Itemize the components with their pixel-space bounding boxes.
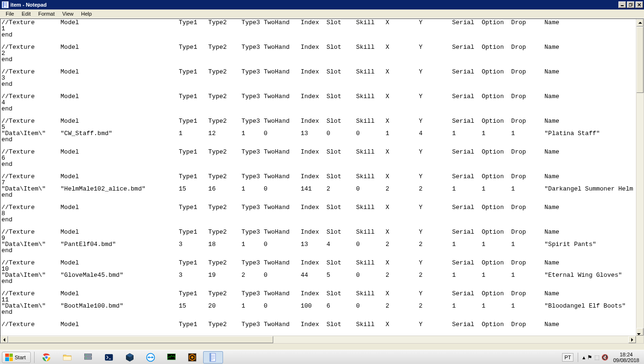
start-label: Start xyxy=(15,355,26,360)
vscroll-track[interactable] xyxy=(636,27,644,328)
svg-rect-1 xyxy=(3,2,4,8)
menu-file[interactable]: File xyxy=(2,10,18,18)
window-controls xyxy=(618,1,643,8)
taskbar: Start PT ▴ ⚑ ⬚ 🔇 18:24 09/08/2018 xyxy=(0,350,644,364)
scroll-up-button[interactable] xyxy=(636,19,644,27)
horizontal-scrollbar[interactable] xyxy=(0,336,636,343)
svg-rect-4 xyxy=(629,4,632,6)
clock-time: 18:24 xyxy=(613,352,639,357)
taskbar-server-manager-icon[interactable] xyxy=(78,351,98,364)
restore-button[interactable] xyxy=(627,1,635,8)
svg-point-12 xyxy=(86,355,87,355)
vertical-scrollbar[interactable] xyxy=(636,19,644,336)
menu-bar: File Edit Format View Help xyxy=(0,9,644,18)
taskbar-notepad-icon[interactable] xyxy=(203,351,223,364)
svg-rect-9 xyxy=(63,356,72,360)
scroll-left-button[interactable] xyxy=(0,336,8,343)
hscroll-track[interactable] xyxy=(8,336,628,343)
title-bar: item - Notepad xyxy=(0,0,644,9)
window-title: item - Notepad xyxy=(10,2,618,8)
text-editor[interactable]: //Texture Model Type1 Type2 Type3 TwoHan… xyxy=(0,19,636,328)
taskbar-hex-app-icon[interactable] xyxy=(182,351,202,364)
menu-edit[interactable]: Edit xyxy=(18,10,35,18)
taskbar-powershell-icon[interactable] xyxy=(99,351,119,364)
tray-volume-icon[interactable]: 🔇 xyxy=(601,354,608,361)
taskbar-chrome-icon[interactable] xyxy=(36,351,56,364)
svg-rect-20 xyxy=(210,353,211,361)
svg-point-18 xyxy=(191,356,194,358)
taskbar-teamviewer-icon[interactable] xyxy=(141,351,161,364)
hscroll-thumb[interactable] xyxy=(8,336,273,343)
scroll-right-button[interactable] xyxy=(628,336,636,343)
menu-help[interactable]: Help xyxy=(77,10,96,18)
tray-network-icon[interactable]: ⬚ xyxy=(594,354,599,361)
svg-rect-16 xyxy=(168,354,176,360)
vscroll-thumb[interactable] xyxy=(636,27,644,93)
language-indicator[interactable]: PT xyxy=(562,353,573,362)
taskbar-separator xyxy=(34,352,35,363)
taskbar-virtualbox-icon[interactable] xyxy=(120,351,140,364)
system-tray: PT ▴ ⚑ ⬚ 🔇 18:24 09/08/2018 xyxy=(559,350,644,364)
minimize-button[interactable] xyxy=(618,1,626,8)
windows-logo-icon xyxy=(5,354,13,361)
taskbar-explorer-icon[interactable] xyxy=(57,351,77,364)
notepad-icon xyxy=(2,1,9,8)
menu-format[interactable]: Format xyxy=(35,10,59,18)
tray-separator xyxy=(578,353,578,362)
taskbar-clock[interactable]: 18:24 09/08/2018 xyxy=(611,352,641,363)
start-button[interactable]: Start xyxy=(2,352,31,363)
editor-container: //Texture Model Type1 Type2 Type3 TwoHan… xyxy=(0,18,644,344)
taskbar-task-manager-icon[interactable] xyxy=(161,351,181,364)
clock-date: 09/08/2018 xyxy=(613,357,639,363)
svg-rect-14 xyxy=(105,354,113,360)
tray-show-hidden-icon[interactable]: ▴ xyxy=(582,354,585,361)
svg-rect-11 xyxy=(85,357,92,359)
menu-view[interactable]: View xyxy=(59,10,78,18)
svg-rect-10 xyxy=(85,354,92,356)
tray-icons: ▴ ⚑ ⬚ 🔇 xyxy=(582,354,608,361)
svg-point-13 xyxy=(86,357,87,358)
editor-viewport: //Texture Model Type1 Type2 Type3 TwoHan… xyxy=(0,19,636,336)
close-button[interactable] xyxy=(635,1,643,8)
scroll-corner xyxy=(636,336,644,343)
scroll-down-button[interactable] xyxy=(636,328,644,336)
tray-flag-icon[interactable]: ⚑ xyxy=(587,354,592,361)
